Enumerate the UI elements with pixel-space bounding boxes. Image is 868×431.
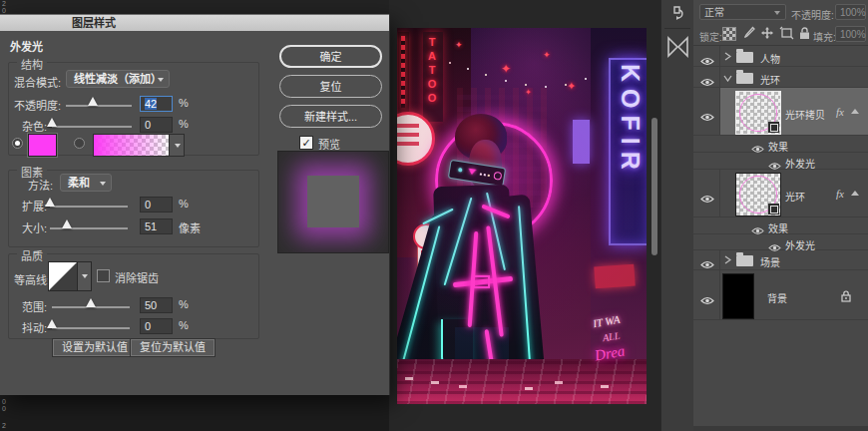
layer-row-background[interactable]: 背景 <box>693 270 868 320</box>
gradient-radio[interactable] <box>74 138 85 149</box>
lock-position-icon[interactable] <box>760 26 774 44</box>
layer-name[interactable]: 场景 <box>760 254 780 269</box>
spread-slider[interactable] <box>50 206 128 208</box>
layer-name[interactable]: 人物 <box>760 51 780 66</box>
effects-label[interactable]: 效果 <box>768 220 788 235</box>
layer-row-group[interactable]: 光环 <box>693 67 868 88</box>
history-panel-icon[interactable] <box>668 4 686 26</box>
preview-checkbox[interactable]: ✓ <box>299 136 313 150</box>
layer-row[interactable]: 光环 fx <box>693 170 868 217</box>
noise-unit: % <box>179 118 189 130</box>
layer-name[interactable]: 背景 <box>767 290 787 305</box>
glow-color-swatch[interactable] <box>28 134 57 157</box>
lock-artboard-icon[interactable] <box>779 26 794 44</box>
spread-value-field[interactable]: 0 <box>140 197 173 213</box>
new-style-button[interactable]: 新建样式... <box>279 105 382 128</box>
range-value-field[interactable]: 50 <box>140 297 173 313</box>
collapse-effects-icon[interactable] <box>851 191 859 196</box>
method-select[interactable]: 柔和 <box>60 174 112 192</box>
expand-arrow-icon[interactable] <box>723 75 731 83</box>
lock-transparency-icon[interactable] <box>722 27 736 41</box>
collapse-arrow-icon[interactable] <box>724 52 732 60</box>
effect-name[interactable]: 外发光 <box>785 156 815 171</box>
visibility-eye-icon[interactable] <box>700 73 714 82</box>
spread-slider-thumb[interactable] <box>45 198 55 207</box>
collapse-arrow-icon[interactable] <box>724 255 732 263</box>
opacity-slider-thumb[interactable] <box>88 97 98 106</box>
visibility-eye-icon[interactable] <box>700 108 714 117</box>
layer-name[interactable]: 光环拷贝 <box>785 107 825 122</box>
noise-value-field[interactable]: 0 <box>140 117 173 133</box>
visibility-eye-icon[interactable] <box>751 221 765 230</box>
set-default-button[interactable]: 设置为默认值 <box>53 339 137 356</box>
layer-opacity-label: 不透明度: <box>791 7 834 22</box>
walkway-planks <box>397 359 647 404</box>
lock-all-icon[interactable] <box>799 26 810 44</box>
layer-row-selected[interactable]: 光环拷贝 fx <box>693 88 868 136</box>
layer-row-group[interactable]: 人物 <box>693 46 868 67</box>
background-thumbnail[interactable] <box>722 273 754 319</box>
range-slider[interactable] <box>52 306 130 308</box>
visibility-eye-icon[interactable] <box>700 291 714 300</box>
collapse-effects-icon[interactable] <box>851 109 859 114</box>
visibility-eye-icon[interactable] <box>768 238 782 247</box>
chevron-down-icon <box>175 144 181 148</box>
fx-badge[interactable]: fx <box>836 188 844 200</box>
sparkle: ✦ <box>455 40 463 50</box>
photoshop-workspace: 2 0 0 0 2 ✦ ✦ ✦ ✦ ✦ TATOO 921-2 KOFIR <box>0 0 868 431</box>
reset-default-button[interactable]: 复位为默认值 <box>131 339 215 356</box>
antialias-checkbox[interactable] <box>97 269 110 282</box>
effects-header-row[interactable]: 效果 <box>693 136 868 153</box>
noise-slider-thumb[interactable] <box>47 118 57 127</box>
panel-dock-strip <box>660 0 694 431</box>
visor-glyph-triangle <box>468 169 477 176</box>
size-value-field[interactable]: 51 <box>140 218 173 234</box>
visibility-eye-icon[interactable] <box>700 52 714 61</box>
visibility-eye-icon[interactable] <box>700 255 714 264</box>
layer-opacity-field[interactable]: 100% <box>835 4 866 20</box>
size-label: 大小: <box>22 219 47 235</box>
effects-header-row[interactable]: 效果 <box>693 217 868 234</box>
opacity-label: 不透明度: <box>14 97 61 113</box>
contour-picker-button[interactable] <box>77 261 92 291</box>
document-canvas[interactable]: ✦ ✦ ✦ ✦ ✦ TATOO 921-2 KOFIR <box>397 28 647 404</box>
harness-buckle <box>473 275 490 288</box>
layer-thumbnail[interactable] <box>735 91 781 135</box>
effect-row-outer-glow[interactable]: 外发光 <box>693 153 868 170</box>
ok-button[interactable]: 确定 <box>279 45 382 68</box>
layer-thumbnail[interactable] <box>735 173 781 216</box>
jitter-slider-thumb[interactable] <box>47 319 57 328</box>
size-slider-thumb[interactable] <box>62 219 72 228</box>
contour-thumbnail[interactable] <box>48 261 78 291</box>
jitter-slider[interactable] <box>52 327 130 329</box>
noise-slider[interactable] <box>52 126 132 128</box>
jitter-value-field[interactable]: 0 <box>140 318 173 334</box>
group-folder-icon <box>736 255 753 266</box>
layer-name[interactable]: 光环 <box>785 189 805 204</box>
effect-row-outer-glow[interactable]: 外发光 <box>693 234 868 250</box>
layer-row-group[interactable]: 场景 <box>693 250 868 270</box>
color-radio[interactable] <box>12 138 23 149</box>
chevron-down-icon <box>774 11 780 15</box>
visibility-eye-icon[interactable] <box>700 190 714 199</box>
fx-badge[interactable]: fx <box>836 106 844 118</box>
gradient-picker-button[interactable] <box>169 134 185 157</box>
visibility-eye-icon[interactable] <box>768 157 782 166</box>
dialog-title[interactable]: 图层样式 <box>0 14 389 31</box>
fill-field[interactable]: 100% <box>835 26 866 42</box>
opacity-value-field[interactable]: 42 <box>140 96 173 112</box>
blend-mode-select[interactable]: 线性减淡（添加） <box>66 70 170 88</box>
gradient-bar[interactable] <box>93 134 171 157</box>
ruler-mark: 0 <box>2 405 6 412</box>
range-slider-thumb[interactable] <box>86 298 96 307</box>
opacity-slider[interactable] <box>66 105 132 107</box>
layer-blend-mode-select[interactable]: 正常 <box>699 4 786 20</box>
lock-pixels-icon[interactable] <box>742 26 755 44</box>
size-slider[interactable] <box>50 227 128 229</box>
shapes-panel-icon[interactable] <box>666 36 689 62</box>
layer-name[interactable]: 光环 <box>760 72 780 87</box>
effects-label[interactable]: 效果 <box>768 139 788 154</box>
reset-button[interactable]: 复位 <box>279 75 382 98</box>
visibility-eye-icon[interactable] <box>751 140 765 149</box>
canvas-vertical-scrollbar[interactable] <box>651 118 657 255</box>
